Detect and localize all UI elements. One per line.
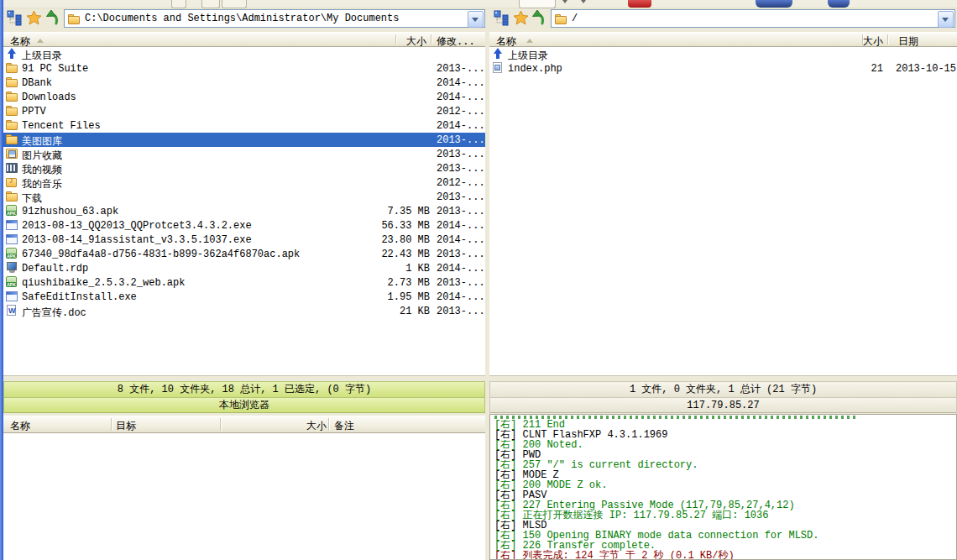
file-name: 2013-08-14_91assistant_v3.3.5.1037.exe [22,234,252,246]
clipped-main-toolbar [3,0,957,8]
ftp-log[interactable]: [右] 211 End[右] CLNT FlashFXP 4.3.1.1969[… [489,414,957,560]
exe-icon [6,219,18,231]
up-icon [492,48,505,60]
column-separator[interactable] [220,418,221,431]
apk-icon [6,276,18,288]
file-row[interactable]: 我的音乐2012-... [3,175,485,190]
file-row[interactable]: 2013-08-14_91assistant_v3.3.5.1037.exe23… [3,233,485,247]
remote-go-up-button[interactable] [531,10,550,29]
column-separator[interactable] [431,34,431,44]
remote-site-tree-button[interactable] [494,10,512,29]
file-row[interactable]: 图片收藏2013-... [3,147,485,161]
file-size: 7.35 MB [337,206,430,217]
file-row[interactable]: qiushibaike_2.5.3.2_web.apk2.73 MB2013-.… [3,275,485,290]
queue-list[interactable] [3,433,485,560]
local-site-tree-button[interactable] [7,10,25,29]
file-name: SafeEditInstall.exe [22,291,137,303]
folder-icon [6,191,18,202]
folder-icon [6,62,18,74]
remote-path-dropdown-button[interactable] [938,11,954,28]
column-separator[interactable] [111,418,112,431]
file-date: 2013-... [437,63,485,75]
file-row[interactable]: 上级目录 [489,47,957,61]
chevron-down-icon [472,18,478,22]
apk-icon [6,248,18,259]
remote-favorites-button[interactable] [513,10,531,29]
file-date: 2013-... [437,163,485,175]
file-row[interactable]: SafeEditInstall.exe1.95 MB2014-... [3,290,485,304]
file-date: 2013-... [437,191,485,203]
file-name: 91zhushou_63.apk [22,206,118,217]
file-row[interactable]: 美图图库2013-... [3,133,485,147]
up-icon [6,48,18,60]
queue-column-note[interactable]: 备注 [334,419,354,433]
file-date: 2014-... [437,77,485,89]
queue-column-target[interactable]: 目标 [116,419,136,433]
queue-column-name[interactable]: 名称 [10,419,30,433]
local-file-list[interactable]: 上级目录91 PC Suite2013-...DBank2014-...Down… [3,47,485,376]
file-row[interactable]: 91 PC Suite2013-... [3,61,485,76]
file-name: qiushibaike_2.5.3.2_web.apk [22,277,185,289]
file-name: 2013-08-13_QQ2013_QQProtcet3.4.3.2.exe [22,220,252,232]
file-row[interactable]: 67340_98dfa4a8-d756-4831-b899-362a4f6870… [3,247,485,261]
file-date: 2013-... [437,277,485,289]
file-row[interactable]: 广告宣传.doc21 KB2013-... [3,304,485,318]
file-name: 67340_98dfa4a8-d756-4831-b899-362a4f6870… [22,249,300,260]
file-row[interactable]: Tencent Files2014-... [3,118,485,133]
log-line: [右] 正在打开数据连接 IP: 117.79.85.27 端口: 1036 [494,510,956,521]
file-row[interactable]: 下载2013-... [3,190,485,204]
file-row[interactable]: index.php212013-10-15 13:26 [489,61,957,76]
file-date: 2013-... [437,206,485,217]
file-row[interactable]: Default.rdp1 KB2014-... [3,261,485,275]
file-size: 1 KB [337,263,430,275]
local-status-label: 本地浏览器 [3,397,485,413]
local-go-up-button[interactable] [45,10,64,29]
remote-path-combobox[interactable]: / [551,9,955,28]
file-date: 2014-... [437,263,485,275]
video-icon [6,162,18,174]
local-path-text[interactable]: C:\Documents and Settings\Administrator\… [85,13,468,24]
queue-header: 名称 目标 大小 备注 [3,416,485,433]
php-icon [492,62,505,74]
doc-icon [6,305,18,317]
file-row[interactable]: PPTV2012-... [3,104,485,118]
sort-ascending-icon [526,39,533,43]
file-row[interactable]: DBank2014-... [3,76,485,90]
file-row[interactable]: 91zhushou_63.apk7.35 MB2013-... [3,204,485,218]
file-size: 21 [791,63,883,75]
clipped-toolbar-button [171,0,186,8]
file-date: 2013-10-15 13:26 [896,63,957,75]
local-path-dropdown-button[interactable] [468,11,484,28]
apk-icon [6,205,18,217]
file-size: 2.73 MB [337,277,430,289]
local-favorites-button[interactable] [26,10,44,29]
column-separator[interactable] [887,34,888,44]
file-row[interactable]: 上级目录 [3,47,485,61]
clipped-blue-icon [756,0,792,8]
exe-icon [6,233,18,245]
file-name: 91 PC Suite [22,63,88,75]
remote-file-list[interactable]: 上级目录index.php212013-10-15 13:26 [489,47,957,376]
folder-icon [6,133,18,145]
clipped-toolbar-button [222,0,247,8]
file-row[interactable]: 我的视频2013-... [3,161,485,175]
queue-column-size[interactable]: 大小 [306,419,327,433]
column-separator[interactable] [395,34,396,44]
local-path-combobox[interactable]: C:\Documents and Settings\Administrator\… [64,9,485,28]
log-line: [右] 200 MODE Z ok. [494,480,956,490]
file-size: 22.43 MB [337,249,430,260]
folder-icon [6,91,18,102]
file-name: DBank [22,77,52,89]
exe-icon [6,290,18,302]
chevron-down-icon [942,18,949,22]
remote-list-header: 名称 大小 日期 [489,32,957,47]
column-separator[interactable] [328,418,329,431]
file-date: 2014-... [437,234,485,246]
file-size: 1.95 MB [337,291,430,303]
file-row[interactable]: Downloads2014-... [3,90,485,104]
file-row[interactable]: 2013-08-13_QQ2013_QQProtcet3.4.3.2.exe56… [3,218,485,233]
remote-path-text[interactable]: / [572,13,938,24]
rdp-icon [6,262,18,274]
star-icon [26,10,42,25]
file-name: PPTV [22,106,46,118]
